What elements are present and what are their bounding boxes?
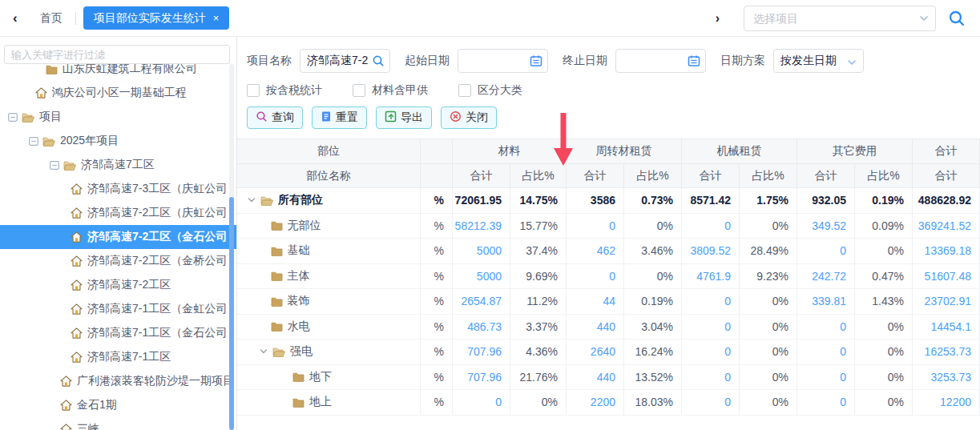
calendar-icon[interactable]: [688, 54, 700, 67]
folder-icon: [292, 372, 304, 382]
checkbox-icon[interactable]: [247, 84, 260, 97]
export-button[interactable]: 导出: [376, 106, 432, 129]
amount-link[interactable]: 0: [840, 244, 846, 257]
date-scheme-select[interactable]: 按发生日期: [773, 49, 864, 73]
collapse-chevron-icon[interactable]: [259, 347, 268, 356]
home-icon: [60, 424, 72, 430]
amount-link[interactable]: 486.73: [467, 320, 502, 333]
calendar-icon[interactable]: [530, 54, 542, 67]
tree-item[interactable]: 广利港滚装客轮防沙堤一期项目: [0, 369, 236, 393]
expander-icon[interactable]: [29, 137, 42, 146]
amount-link[interactable]: 0: [609, 219, 615, 232]
amount-link[interactable]: 2654.87: [461, 295, 502, 307]
chevron-down-icon[interactable]: [919, 13, 929, 26]
checkbox-material-supplied[interactable]: 材料含甲供: [353, 83, 428, 98]
close-button[interactable]: 关闭: [441, 106, 497, 129]
tree-item[interactable]: 济邹高速7-2工区（金桥公司: [0, 249, 236, 273]
back-chevron-icon[interactable]: ‹: [13, 10, 18, 26]
tree-item-label: 济邹高速7-3工区（庆虹公司: [87, 182, 227, 196]
home-icon: [71, 279, 83, 291]
checkbox-icon[interactable]: [353, 84, 365, 97]
amount-link[interactable]: 0: [724, 396, 731, 408]
reset-button[interactable]: 重置: [312, 106, 367, 129]
tree-item[interactable]: 济邹高速7-2工区（金石公司: [0, 225, 236, 249]
amount-link[interactable]: 3809.52: [690, 244, 731, 257]
tree-item[interactable]: 济邹高速7-1工区: [0, 345, 236, 369]
expander-icon[interactable]: [50, 161, 63, 170]
amount-link: 932.05: [812, 194, 846, 207]
amount-link[interactable]: 3253.73: [930, 371, 971, 384]
chevron-down-icon[interactable]: [847, 57, 857, 70]
amount-link[interactable]: 13369.18: [925, 244, 971, 257]
amount-link[interactable]: 0: [495, 396, 502, 408]
amount-link[interactable]: 707.96: [467, 371, 502, 384]
amount-link[interactable]: 58212.39: [455, 219, 502, 232]
percent-value: 28.49%: [751, 244, 788, 257]
amount-link[interactable]: 14454.1: [930, 320, 971, 333]
part-name: 所有部位: [278, 193, 323, 207]
tree-item-label: 鸿庆公司小区一期基础工程: [52, 86, 187, 100]
amount-link[interactable]: 0: [724, 295, 731, 307]
amount-link[interactable]: 707.96: [467, 345, 502, 358]
collapse-chevron-icon[interactable]: [247, 195, 256, 205]
sidebar-scrollbar-thumb[interactable]: [229, 197, 234, 430]
amount-link[interactable]: 4761.9: [696, 270, 731, 283]
tree-item[interactable]: 济邹高速7-1工区（金石公司: [0, 321, 236, 345]
amount-link[interactable]: 349.52: [812, 219, 846, 232]
amount-link[interactable]: 2640: [591, 345, 615, 358]
tree-item[interactable]: 三峡: [0, 417, 236, 430]
tree-item[interactable]: 济邹高速7-1工区（金虹公司: [0, 297, 236, 321]
percent-value: 0.19%: [872, 194, 904, 207]
amount-link[interactable]: 16253.73: [925, 345, 971, 358]
percent-value: 3.46%: [641, 244, 673, 257]
amount-link[interactable]: 0: [840, 371, 846, 384]
amount-link[interactable]: 44: [603, 295, 615, 307]
amount-link[interactable]: 0: [724, 371, 731, 384]
amount-link[interactable]: 0: [724, 345, 731, 358]
amount-link[interactable]: 23702.91: [925, 295, 971, 307]
amount-link[interactable]: 0: [840, 320, 846, 333]
amount-link[interactable]: 5000: [477, 244, 502, 257]
amount-link[interactable]: 369241.52: [918, 219, 971, 232]
amount-link[interactable]: 5000: [477, 270, 502, 283]
amount-link[interactable]: 339.81: [812, 295, 846, 307]
search-icon[interactable]: [372, 54, 385, 67]
project-select-input[interactable]: [744, 6, 936, 31]
tree-item[interactable]: 项目: [0, 105, 236, 129]
amount-link[interactable]: 2200: [591, 396, 615, 408]
tree-item[interactable]: 济邹高速7工区: [0, 153, 236, 177]
amount-link[interactable]: 462: [597, 244, 615, 257]
amount-link[interactable]: 0: [840, 396, 846, 408]
tree-item[interactable]: 鸿庆公司小区一期基础工程: [0, 81, 236, 105]
project-select[interactable]: [744, 6, 936, 31]
tree-item-label: 济邹高速7-1工区（金虹公司: [87, 302, 227, 316]
tab-active-statistics[interactable]: 项目部位实际发生统计 ×: [83, 6, 230, 30]
tree-item[interactable]: 济邹高速7-2工区（庆虹公司: [0, 201, 236, 225]
tab-home[interactable]: 首页: [40, 11, 63, 26]
amount-link[interactable]: 0: [840, 345, 846, 358]
expander-icon[interactable]: [8, 113, 22, 122]
table-row: 地上%00%220018.03%00%00%12200: [237, 390, 980, 416]
checkbox-category-split[interactable]: 区分大类: [458, 83, 522, 98]
tab-close-icon[interactable]: ×: [213, 13, 220, 23]
tree-item[interactable]: 金石1期: [0, 393, 236, 417]
search-icon[interactable]: [948, 10, 966, 27]
amount-link[interactable]: 0: [724, 219, 731, 232]
query-button[interactable]: 查询: [247, 106, 303, 129]
amount-link[interactable]: 440: [597, 371, 615, 384]
amount-link[interactable]: 51607.48: [925, 270, 971, 283]
filter-form: 项目名称 起始日期 终止日期 日期方案: [247, 49, 980, 73]
amount-link[interactable]: 0: [724, 320, 731, 333]
checkbox-icon[interactable]: [458, 84, 471, 97]
tree-item[interactable]: 2025年项目: [0, 129, 236, 153]
tree-item[interactable]: 济邹高速7-2工区: [0, 273, 236, 297]
amount-link[interactable]: 0: [609, 270, 615, 283]
amount-link[interactable]: 440: [597, 320, 615, 333]
amount-link[interactable]: 242.72: [812, 270, 846, 283]
tree-item[interactable]: 济邹高速7-3工区（庆虹公司: [0, 177, 236, 201]
amount-link[interactable]: 12200: [940, 396, 971, 408]
part-name: 地下: [309, 370, 332, 384]
tree-filter-input[interactable]: [4, 45, 230, 64]
checkbox-tax-included[interactable]: 按含税统计: [247, 83, 322, 98]
forward-chevron-icon[interactable]: ›: [716, 11, 720, 26]
